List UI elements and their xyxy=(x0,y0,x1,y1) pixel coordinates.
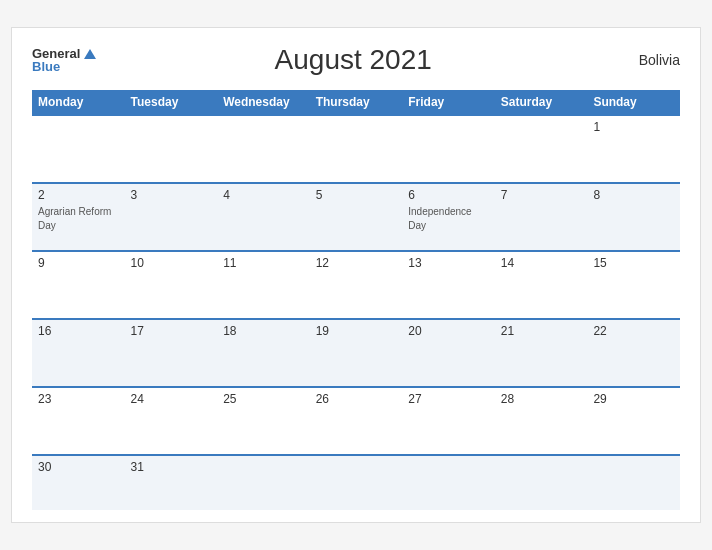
calendar-cell xyxy=(32,115,125,183)
logo-triangle-icon xyxy=(84,49,96,59)
day-number: 20 xyxy=(408,324,489,338)
day-number: 9 xyxy=(38,256,119,270)
calendar-cell: 27 xyxy=(402,387,495,455)
calendar-cell: 10 xyxy=(125,251,218,319)
calendar-cell: 16 xyxy=(32,319,125,387)
calendar-cell: 19 xyxy=(310,319,403,387)
weekday-header-thursday: Thursday xyxy=(310,90,403,115)
day-number: 27 xyxy=(408,392,489,406)
event-label: Agrarian Reform Day xyxy=(38,206,111,231)
calendar-cell: 26 xyxy=(310,387,403,455)
calendar-cell: 14 xyxy=(495,251,588,319)
calendar-cell: 5 xyxy=(310,183,403,251)
weekday-header-tuesday: Tuesday xyxy=(125,90,218,115)
day-number: 28 xyxy=(501,392,582,406)
calendar-cell xyxy=(495,455,588,510)
calendar-cell: 28 xyxy=(495,387,588,455)
day-number: 12 xyxy=(316,256,397,270)
calendar-cell: 20 xyxy=(402,319,495,387)
calendar-cell: 12 xyxy=(310,251,403,319)
calendar-grid: MondayTuesdayWednesdayThursdayFridaySatu… xyxy=(32,90,680,510)
day-number: 16 xyxy=(38,324,119,338)
day-number: 26 xyxy=(316,392,397,406)
day-number: 1 xyxy=(593,120,674,134)
weekday-header-wednesday: Wednesday xyxy=(217,90,310,115)
weekday-header-saturday: Saturday xyxy=(495,90,588,115)
day-number: 18 xyxy=(223,324,304,338)
week-row-2: 2Agrarian Reform Day3456Independence Day… xyxy=(32,183,680,251)
week-row-5: 23242526272829 xyxy=(32,387,680,455)
day-number: 31 xyxy=(131,460,212,474)
calendar-cell: 8 xyxy=(587,183,680,251)
day-number: 17 xyxy=(131,324,212,338)
day-number: 15 xyxy=(593,256,674,270)
day-number: 19 xyxy=(316,324,397,338)
calendar-cell: 22 xyxy=(587,319,680,387)
calendar-cell xyxy=(125,115,218,183)
calendar-cell: 31 xyxy=(125,455,218,510)
week-row-3: 9101112131415 xyxy=(32,251,680,319)
calendar-cell: 1 xyxy=(587,115,680,183)
calendar-cell: 4 xyxy=(217,183,310,251)
calendar-cell: 30 xyxy=(32,455,125,510)
weekday-header-row: MondayTuesdayWednesdayThursdayFridaySatu… xyxy=(32,90,680,115)
calendar-cell: 2Agrarian Reform Day xyxy=(32,183,125,251)
day-number: 22 xyxy=(593,324,674,338)
weekday-header-friday: Friday xyxy=(402,90,495,115)
day-number: 30 xyxy=(38,460,119,474)
calendar-cell: 17 xyxy=(125,319,218,387)
day-number: 3 xyxy=(131,188,212,202)
calendar-cell: 29 xyxy=(587,387,680,455)
calendar-cell: 23 xyxy=(32,387,125,455)
day-number: 10 xyxy=(131,256,212,270)
calendar-cell: 18 xyxy=(217,319,310,387)
calendar-cell xyxy=(587,455,680,510)
calendar-cell: 15 xyxy=(587,251,680,319)
day-number: 21 xyxy=(501,324,582,338)
day-number: 11 xyxy=(223,256,304,270)
calendar-cell: 6Independence Day xyxy=(402,183,495,251)
calendar-cell: 13 xyxy=(402,251,495,319)
calendar-cell xyxy=(495,115,588,183)
calendar-cell: 9 xyxy=(32,251,125,319)
calendar-cell xyxy=(217,115,310,183)
day-number: 13 xyxy=(408,256,489,270)
calendar-country: Bolivia xyxy=(610,52,680,68)
logo-blue-text: Blue xyxy=(32,60,96,73)
calendar-cell: 11 xyxy=(217,251,310,319)
day-number: 14 xyxy=(501,256,582,270)
calendar-cell: 24 xyxy=(125,387,218,455)
calendar-cell xyxy=(402,455,495,510)
calendar-container: General Blue August 2021 Bolivia MondayT… xyxy=(11,27,701,523)
day-number: 4 xyxy=(223,188,304,202)
calendar-header: General Blue August 2021 Bolivia xyxy=(32,44,680,76)
week-row-1: 1 xyxy=(32,115,680,183)
calendar-cell xyxy=(217,455,310,510)
day-number: 24 xyxy=(131,392,212,406)
day-number: 29 xyxy=(593,392,674,406)
logo: General Blue xyxy=(32,47,96,73)
day-number: 25 xyxy=(223,392,304,406)
weekday-header-sunday: Sunday xyxy=(587,90,680,115)
weekday-header-monday: Monday xyxy=(32,90,125,115)
week-row-6: 3031 xyxy=(32,455,680,510)
day-number: 23 xyxy=(38,392,119,406)
event-label: Independence Day xyxy=(408,206,471,231)
day-number: 7 xyxy=(501,188,582,202)
calendar-cell: 7 xyxy=(495,183,588,251)
calendar-title: August 2021 xyxy=(96,44,610,76)
calendar-cell xyxy=(402,115,495,183)
day-number: 5 xyxy=(316,188,397,202)
calendar-cell: 21 xyxy=(495,319,588,387)
day-number: 6 xyxy=(408,188,489,202)
day-number: 2 xyxy=(38,188,119,202)
week-row-4: 16171819202122 xyxy=(32,319,680,387)
calendar-cell: 25 xyxy=(217,387,310,455)
calendar-cell xyxy=(310,455,403,510)
day-number: 8 xyxy=(593,188,674,202)
calendar-cell: 3 xyxy=(125,183,218,251)
calendar-cell xyxy=(310,115,403,183)
